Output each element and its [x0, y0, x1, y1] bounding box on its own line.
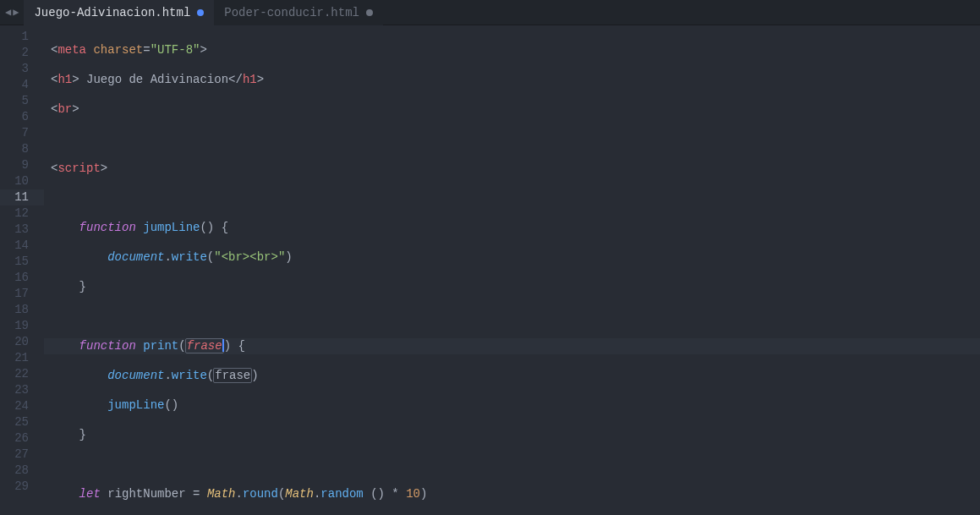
line-number: 7 [0, 125, 44, 141]
code-line[interactable] [44, 131, 980, 147]
line-number: 20 [0, 334, 44, 350]
code-line[interactable] [44, 190, 980, 206]
line-number: 22 [0, 366, 44, 382]
modified-dot-icon [366, 9, 373, 16]
nav-back-icon[interactable]: ◀ [5, 6, 11, 19]
nav-arrows: ◀ ▶ [0, 6, 24, 19]
line-number: 6 [0, 109, 44, 125]
code-line[interactable]: <meta charset="UTF-8"> [44, 42, 980, 58]
line-number: 19 [0, 318, 44, 334]
code-line[interactable]: function print(frase) { [44, 338, 980, 354]
code-line[interactable]: function jumpLine() { [44, 220, 980, 236]
line-number: 9 [0, 157, 44, 173]
line-number: 28 [0, 463, 44, 479]
code-line[interactable]: document.write("<br><br>") [44, 249, 980, 266]
code-line[interactable]: <h1> Juego de Adivinacion</h1> [44, 72, 980, 88]
line-number: 12 [0, 205, 44, 222]
code-line[interactable]: } [44, 279, 980, 295]
tab-poder-conducir[interactable]: Poder-conducir.html [214, 0, 383, 25]
code-line[interactable]: let rightNumber = Math.round(Math.random… [44, 486, 980, 502]
line-number: 4 [0, 77, 44, 93]
line-number: 10 [0, 173, 44, 189]
code-line[interactable]: } [44, 427, 980, 443]
nav-forward-icon[interactable]: ▶ [13, 6, 19, 19]
code-line[interactable]: <script> [44, 161, 980, 177]
line-number: 26 [0, 430, 44, 447]
code-line[interactable] [44, 309, 980, 325]
line-number: 23 [0, 382, 44, 398]
modified-dot-icon [197, 9, 204, 16]
line-number: 15 [0, 254, 44, 270]
line-number: 24 [0, 398, 44, 414]
selection-highlight: frase [185, 338, 224, 353]
line-number: 27 [0, 447, 44, 463]
code-line[interactable]: document.write(frase) [44, 368, 980, 384]
line-number: 3 [0, 61, 44, 77]
line-number: 25 [0, 414, 44, 430]
line-number: 21 [0, 350, 44, 366]
line-number: 29 [0, 479, 44, 495]
line-number: 18 [0, 302, 44, 318]
line-number: 5 [0, 93, 44, 109]
code-line[interactable] [44, 457, 980, 473]
line-number: 16 [0, 270, 44, 286]
tab-bar: ◀ ▶ Juego-Adivinacion.html Poder-conduci… [0, 0, 980, 25]
selection-highlight: frase [213, 368, 252, 383]
line-number: 11 [0, 189, 44, 205]
line-number: 8 [0, 141, 44, 157]
code-line[interactable]: <br> [44, 101, 980, 118]
line-number: 2 [0, 45, 44, 61]
tab-label: Poder-conducir.html [224, 6, 359, 19]
line-number: 17 [0, 286, 44, 302]
tab-label: Juego-Adivinacion.html [34, 6, 190, 19]
code-line[interactable]: jumpLine() [44, 397, 980, 414]
line-number: 14 [0, 238, 44, 254]
code-area[interactable]: <meta charset="UTF-8"> <h1> Juego de Adi… [44, 25, 980, 515]
line-gutter: 1 2 3 4 5 6 7 8 9 10 11 12 13 14 15 16 1… [0, 25, 44, 515]
line-number: 13 [0, 222, 44, 238]
line-number: 1 [0, 29, 44, 45]
editor: 1 2 3 4 5 6 7 8 9 10 11 12 13 14 15 16 1… [0, 25, 980, 515]
tab-juego-adivinacion[interactable]: Juego-Adivinacion.html [24, 0, 214, 25]
